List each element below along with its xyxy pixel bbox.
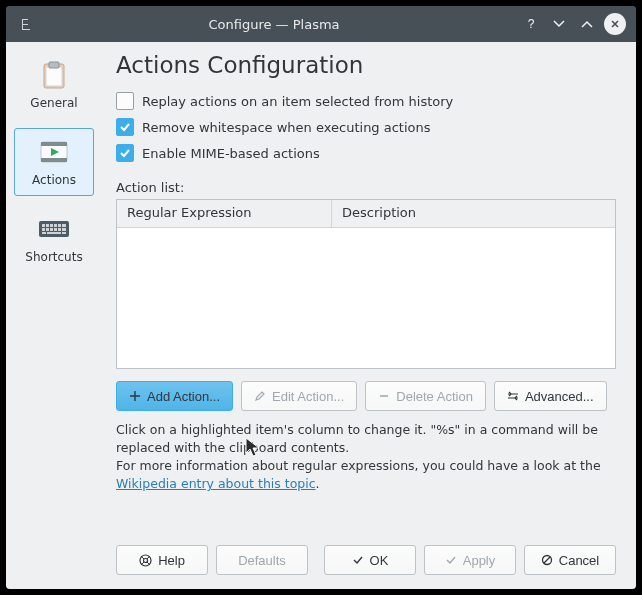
- check-icon: [445, 554, 457, 566]
- help-button-icon[interactable]: ?: [520, 13, 542, 35]
- info-line-2a: For more information about regular expre…: [116, 458, 601, 473]
- cancel-button[interactable]: Cancel: [524, 545, 616, 575]
- svg-rect-11: [54, 224, 57, 227]
- svg-rect-20: [42, 232, 46, 234]
- defaults-button[interactable]: Defaults: [216, 545, 308, 575]
- svg-rect-21: [47, 232, 61, 234]
- keyboard-icon: [14, 212, 94, 246]
- minimize-icon[interactable]: [548, 13, 570, 35]
- button-label: Help: [158, 553, 185, 568]
- clipboard-icon: [14, 58, 94, 92]
- sidebar-item-label: Actions: [32, 173, 76, 187]
- advanced-button[interactable]: Advanced...: [494, 381, 607, 411]
- close-icon[interactable]: [604, 13, 626, 35]
- svg-rect-13: [62, 224, 66, 227]
- checkbox-icon[interactable]: [116, 92, 134, 110]
- svg-rect-18: [58, 228, 61, 231]
- svg-rect-14: [42, 228, 45, 231]
- check-icon: [352, 554, 364, 566]
- svg-rect-15: [46, 228, 49, 231]
- info-text: Click on a highlighted item's column to …: [116, 421, 616, 494]
- checkbox-replay[interactable]: Replay actions on an item selected from …: [116, 92, 616, 110]
- button-label: OK: [370, 553, 389, 568]
- checkbox-label: Remove whitespace when executing actions: [142, 120, 431, 135]
- svg-rect-8: [42, 224, 45, 227]
- apply-button[interactable]: Apply: [424, 545, 516, 575]
- svg-rect-19: [62, 228, 66, 231]
- button-label: Cancel: [559, 553, 599, 568]
- edit-action-button[interactable]: Edit Action...: [241, 381, 357, 411]
- button-label: Defaults: [238, 553, 286, 568]
- button-label: Delete Action: [396, 389, 473, 404]
- minus-icon: [378, 390, 390, 402]
- titlebar[interactable]: Configure — Plasma ?: [6, 6, 636, 42]
- sidebar-item-general[interactable]: General: [14, 52, 94, 118]
- action-buttons-row: Add Action... Edit Action... Delete Acti…: [116, 381, 616, 411]
- lifebuoy-icon: [139, 554, 152, 567]
- cancel-icon: [541, 554, 553, 566]
- page-title: Actions Configuration: [116, 52, 616, 78]
- button-label: Edit Action...: [272, 389, 344, 404]
- play-icon: [15, 135, 93, 169]
- sidebar-item-actions[interactable]: Actions: [14, 128, 94, 196]
- svg-rect-22: [62, 232, 66, 234]
- svg-rect-2: [46, 67, 62, 86]
- button-label: Apply: [463, 553, 496, 568]
- delete-action-button[interactable]: Delete Action: [365, 381, 486, 411]
- dialog-footer: Help Defaults OK Apply Cancel: [116, 531, 616, 575]
- svg-text:?: ?: [528, 17, 535, 31]
- column-header-regex[interactable]: Regular Expression: [117, 200, 332, 227]
- svg-rect-17: [54, 228, 57, 231]
- info-line-1: Click on a highlighted item's column to …: [116, 422, 598, 455]
- svg-point-24: [144, 558, 148, 562]
- help-button[interactable]: Help: [116, 545, 208, 575]
- table-header: Regular Expression Description: [117, 200, 615, 228]
- svg-rect-9: [46, 224, 49, 227]
- wikipedia-link[interactable]: Wikipedia entry about this topic: [116, 476, 316, 491]
- add-action-button[interactable]: Add Action...: [116, 381, 233, 411]
- svg-rect-16: [50, 228, 53, 231]
- maximize-icon[interactable]: [576, 13, 598, 35]
- sidebar-item-label: General: [30, 96, 77, 110]
- button-label: Advanced...: [525, 389, 594, 404]
- checkbox-label: Enable MIME-based actions: [142, 146, 320, 161]
- window-frame: Configure — Plasma ?: [6, 6, 636, 589]
- sidebar-item-shortcuts[interactable]: Shortcuts: [14, 206, 94, 272]
- svg-rect-6: [41, 158, 67, 162]
- checkbox-label: Replay actions on an item selected from …: [142, 94, 453, 109]
- action-list-label: Action list:: [116, 180, 616, 195]
- checkbox-icon[interactable]: [116, 144, 134, 162]
- info-line-2b: .: [316, 476, 320, 491]
- checkbox-whitespace[interactable]: Remove whitespace when executing actions: [116, 118, 616, 136]
- svg-rect-5: [41, 142, 67, 146]
- action-list-table[interactable]: Regular Expression Description: [116, 199, 616, 369]
- plus-icon: [129, 390, 141, 402]
- sliders-icon: [507, 390, 519, 402]
- svg-rect-12: [58, 224, 61, 227]
- pencil-icon: [254, 390, 266, 402]
- checkbox-icon[interactable]: [116, 118, 134, 136]
- button-label: Add Action...: [147, 389, 220, 404]
- ok-button[interactable]: OK: [324, 545, 416, 575]
- app-menu-icon[interactable]: [16, 15, 34, 33]
- table-body[interactable]: [117, 228, 615, 368]
- sidebar-item-label: Shortcuts: [25, 250, 82, 264]
- svg-rect-10: [50, 224, 53, 227]
- checkbox-mime[interactable]: Enable MIME-based actions: [116, 144, 616, 162]
- sidebar: General Actions: [6, 42, 102, 589]
- content-area: General Actions: [6, 42, 636, 589]
- svg-rect-3: [49, 62, 59, 68]
- main-panel: Actions Configuration Replay actions on …: [102, 42, 636, 589]
- window-title: Configure — Plasma: [34, 17, 514, 32]
- column-header-desc[interactable]: Description: [332, 200, 615, 227]
